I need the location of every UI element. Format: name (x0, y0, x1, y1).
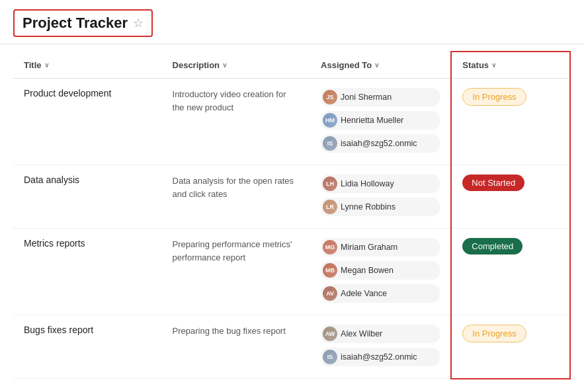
assigned-sort-icon: ∨ (374, 61, 379, 69)
cell-status: In Progress (451, 79, 570, 165)
assignees-list: JS Joni Sherman HM Henrietta Mueller IS … (321, 88, 440, 155)
status-badge: Not Started (462, 175, 524, 191)
avatar: MB (323, 263, 337, 278)
assignee-chip: IS isaiah@szg52.onmic (321, 134, 440, 153)
avatar: MG (323, 240, 337, 255)
status-badge: In Progress (462, 325, 526, 342)
assignee-name: Lidia Holloway (341, 179, 394, 188)
assignee-chip: AW Alex Wilber (321, 325, 440, 343)
avatar: JS (323, 90, 337, 104)
title-sort-icon: ∨ (44, 61, 49, 69)
assignee-name: Megan Bowen (341, 266, 394, 275)
cell-assigned: AW Alex Wilber IS isaiah@szg52.onmic (310, 315, 451, 379)
assignee-chip: LH Lidia Holloway (321, 175, 440, 193)
assignee-name: Adele Vance (341, 289, 387, 298)
avatar: IS (323, 350, 337, 364)
cell-status: In Progress (451, 315, 570, 379)
assignee-chip: HM Henrietta Mueller (321, 111, 440, 130)
avatar: LR (323, 200, 337, 214)
table-row: Metrics reports Preparing performance me… (13, 229, 570, 315)
assignee-name: Alex Wilber (341, 329, 382, 338)
assignee-name: Joni Sherman (341, 93, 392, 102)
project-table: Title ∨ Description ∨ Assigned To ∨ (13, 51, 571, 379)
page-header: Project Tracker ☆ (0, 0, 584, 44)
col-header-description[interactable]: Description ∨ (162, 52, 311, 79)
avatar: IS (323, 136, 337, 151)
cell-description: Introductory video creation for the new … (162, 79, 311, 165)
col-header-status[interactable]: Status ∨ (451, 52, 570, 79)
desc-sort-icon: ∨ (222, 61, 227, 69)
page-title: Project Tracker (22, 15, 128, 32)
assignees-list: LH Lidia Holloway LR Lynne Robbins (321, 175, 440, 219)
assignee-name: Miriam Graham (341, 243, 397, 252)
assignee-name: isaiah@szg52.onmic (341, 352, 417, 362)
assignee-chip: IS isaiah@szg52.onmic (321, 348, 440, 366)
table-header-row: Title ∨ Description ∨ Assigned To ∨ (13, 52, 570, 79)
cell-title: Product development (13, 79, 162, 165)
assignee-name: Henrietta Mueller (341, 116, 403, 125)
table-row: Product development Introductory video c… (13, 79, 570, 165)
cell-assigned: LH Lidia Holloway LR Lynne Robbins (310, 165, 451, 229)
cell-title: Bugs fixes report (13, 315, 162, 379)
assignee-name: isaiah@szg52.onmic (341, 139, 417, 148)
cell-title: Metrics reports (13, 229, 162, 315)
col-header-title[interactable]: Title ∨ (13, 52, 162, 79)
cell-assigned: MG Miriam Graham MB Megan Bowen AV Adele… (310, 229, 451, 315)
cell-title: Data analysis (13, 165, 162, 229)
assignee-chip: JS Joni Sherman (321, 88, 440, 106)
assignee-chip: MB Megan Bowen (321, 261, 440, 280)
col-header-assigned[interactable]: Assigned To ∨ (310, 52, 451, 79)
status-sort-icon: ∨ (491, 61, 496, 69)
title-box: Project Tracker ☆ (13, 9, 153, 37)
assignee-chip: MG Miriam Graham (321, 238, 440, 256)
assignee-name: Lynne Robbins (341, 202, 396, 212)
cell-status: Completed (451, 229, 570, 315)
cell-assigned: JS Joni Sherman HM Henrietta Mueller IS … (310, 79, 451, 165)
assignees-list: AW Alex Wilber IS isaiah@szg52.onmic (321, 325, 440, 369)
assignees-list: MG Miriam Graham MB Megan Bowen AV Adele… (321, 238, 440, 305)
cell-description: Preparing performance metrics' performan… (162, 229, 311, 315)
table-container: Title ∨ Description ∨ Assigned To ∨ (0, 44, 584, 392)
table-row: Bugs fixes report Preparing the bug fixe… (13, 315, 570, 379)
avatar: AV (323, 286, 337, 301)
avatar: AW (323, 327, 337, 341)
avatar: HM (323, 113, 337, 128)
star-icon[interactable]: ☆ (133, 16, 144, 30)
avatar: LH (323, 176, 337, 191)
cell-description: Data analysis for the open rates and cli… (162, 165, 311, 229)
cell-description: Preparing the bug fixes report (162, 315, 311, 379)
cell-status: Not Started (451, 165, 570, 229)
table-row: Data analysis Data analysis for the open… (13, 165, 570, 229)
assignee-chip: AV Adele Vance (321, 284, 440, 303)
status-badge: In Progress (462, 88, 526, 106)
status-badge: Completed (462, 238, 522, 255)
assignee-chip: LR Lynne Robbins (321, 198, 440, 216)
